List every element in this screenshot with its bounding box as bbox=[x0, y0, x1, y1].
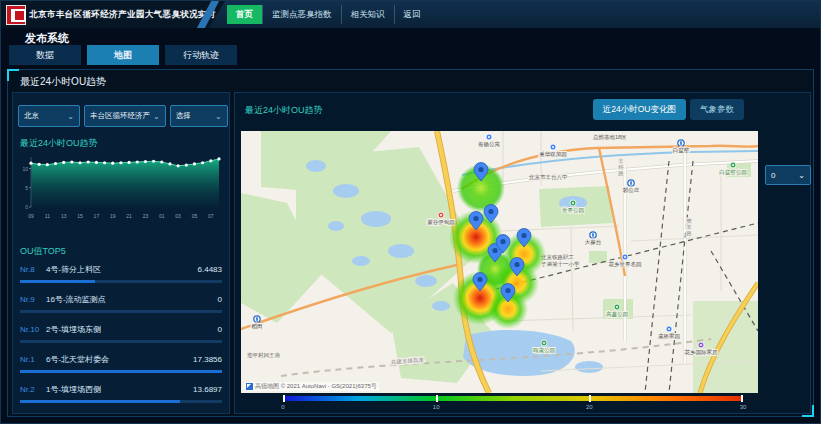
dashboard: 北京市丰台区循环经济产业园大气恶臭状况实时 首页 监测点恶臭指数 相关知识 返回… bbox=[0, 0, 821, 424]
ou-value: 0 bbox=[218, 295, 222, 305]
ou-value: 17.3856 bbox=[193, 355, 222, 365]
map-label: 花乡世界名园 bbox=[609, 261, 642, 268]
top5-list: Nr.84号-筛分上料区6.4483 Nr.916号-流动监测点0 Nr.102… bbox=[20, 259, 222, 409]
tab-track[interactable]: 行动轨迹 bbox=[165, 45, 237, 65]
legend-tick bbox=[436, 395, 438, 402]
progress-track bbox=[20, 400, 222, 403]
amap-logo-icon bbox=[246, 383, 253, 390]
view-tabs: 数据 地图 行动轨迹 bbox=[9, 45, 237, 65]
district-select[interactable]: 丰台区循环经济产 ⌄ bbox=[84, 105, 166, 127]
station-name: 16号-流动监测点 bbox=[46, 295, 214, 305]
weather-params-button[interactable]: 气象参数 bbox=[690, 99, 744, 120]
svg-text:03: 03 bbox=[175, 213, 181, 219]
map-label: 花乡国际家居 bbox=[685, 349, 719, 356]
map-label: 看杨公寓 bbox=[478, 141, 501, 148]
svg-text:10: 10 bbox=[22, 166, 28, 172]
svg-text:07: 07 bbox=[208, 213, 214, 219]
station-name: 4号-筛分上料区 bbox=[46, 265, 194, 275]
left-column: 北京 ⌄ 丰台区循环经济产 ⌄ 选择 ⌄ 最近24小时OU趋势 05100911… bbox=[12, 92, 230, 414]
map-label: 造甲村回王庙 bbox=[247, 352, 281, 359]
legend-tick bbox=[741, 395, 743, 402]
map-label: 北京市丰台八中 bbox=[528, 174, 568, 181]
chevron-down-icon: ⌄ bbox=[215, 112, 222, 121]
legend-tick bbox=[283, 395, 285, 402]
svg-text:0: 0 bbox=[25, 204, 28, 210]
nav-item-back[interactable]: 返回 bbox=[394, 5, 430, 24]
main-panel: 最近24小时OU趋势 北京 ⌄ 丰台区循环经济产 ⌄ 选择 ⌄ 最近24小时OU… bbox=[7, 69, 814, 417]
trend-chart: 0510091113151719212301030507 bbox=[15, 149, 227, 235]
legend-labels: 0 10 20 30 bbox=[283, 404, 743, 412]
ou-value: 13.6897 bbox=[193, 385, 222, 395]
progress-fill bbox=[20, 280, 95, 283]
city-select[interactable]: 北京 ⌄ bbox=[18, 105, 80, 127]
progress-fill bbox=[20, 370, 222, 373]
progress-track bbox=[20, 370, 222, 373]
svg-text:15: 15 bbox=[77, 213, 83, 219]
map-label: 稻田 bbox=[252, 323, 263, 330]
corner-accent bbox=[7, 69, 19, 81]
rank-label: Nr.2 bbox=[20, 385, 46, 395]
ou-value: 0 bbox=[218, 325, 222, 335]
svg-text:01: 01 bbox=[159, 213, 165, 219]
top5-item[interactable]: Nr.21号-填埋场西侧13.6897 bbox=[20, 379, 222, 409]
station-name: 1号-填埋场西侧 bbox=[46, 385, 189, 395]
top5-item[interactable]: Nr.16号-北天堂村委会17.3856 bbox=[20, 349, 222, 379]
header: 北京市丰台区循环经济产业园大气恶臭状况实时 首页 监测点恶臭指数 相关知识 返回 bbox=[1, 1, 820, 28]
top5-title: OU值TOP5 bbox=[20, 245, 66, 258]
map-label: 白盆窑 bbox=[673, 147, 690, 154]
rank-label: Nr.9 bbox=[20, 295, 46, 305]
panel-title: 最近24小时OU趋势 bbox=[20, 75, 106, 89]
main-nav: 首页 监测点恶臭指数 相关知识 返回 bbox=[227, 5, 430, 24]
chevron-down-icon: ⌄ bbox=[67, 112, 74, 121]
rank-label: Nr.10 bbox=[20, 325, 46, 335]
tab-data[interactable]: 数据 bbox=[9, 45, 81, 65]
map-road-label: 樊羊路 bbox=[686, 218, 692, 236]
map-label: 白盆窑公园 bbox=[719, 169, 747, 176]
ou-value: 6.4483 bbox=[198, 265, 222, 275]
nav-item-home[interactable]: 首页 bbox=[227, 5, 262, 24]
svg-text:13: 13 bbox=[61, 213, 67, 219]
nav-item-station-index[interactable]: 监测点恶臭指数 bbox=[262, 5, 341, 24]
station-name: 6号-北天堂村委会 bbox=[46, 355, 189, 365]
svg-text:5: 5 bbox=[25, 185, 28, 191]
ou-change-map-button[interactable]: 近24小时OU变化图 bbox=[593, 99, 686, 120]
nav-item-knowledge[interactable]: 相关知识 bbox=[341, 5, 394, 24]
map-road-label: 丰科路 bbox=[618, 158, 624, 176]
map-label: 高鑫公园 bbox=[606, 311, 628, 318]
app-title: 北京市丰台区循环经济产业园大气恶臭状况实时 bbox=[29, 1, 216, 28]
map-canvas[interactable]: 看杨公寓重华双加园总部基地18区白盆窑白盆窑公园郭公庄北京市丰台八中世界公园大葆… bbox=[241, 131, 758, 393]
map-column: 最近24小时OU趋势 近24小时OU变化图 气象参数 bbox=[234, 92, 811, 414]
top5-item[interactable]: Nr.84号-筛分上料区6.4483 bbox=[20, 259, 222, 289]
chevron-down-icon: ⌄ bbox=[798, 171, 805, 180]
progress-track bbox=[20, 340, 222, 343]
top5-item[interactable]: Nr.916号-流动监测点0 bbox=[20, 289, 222, 319]
tab-map[interactable]: 地图 bbox=[87, 45, 159, 65]
svg-text:09: 09 bbox=[28, 213, 34, 219]
svg-text:11: 11 bbox=[45, 213, 50, 219]
map-section-title: 最近24小时OU趋势 bbox=[245, 104, 323, 117]
map-buttons: 近24小时OU变化图 气象参数 bbox=[593, 99, 744, 120]
svg-text:05: 05 bbox=[192, 213, 198, 219]
filter-row: 北京 ⌄ 丰台区循环经济产 ⌄ 选择 ⌄ bbox=[18, 105, 224, 127]
map-layer-select[interactable]: 0 ⌄ bbox=[765, 165, 811, 185]
map-label: 总部基地18区 bbox=[592, 134, 627, 141]
svg-text:23: 23 bbox=[143, 213, 149, 219]
map-label: 紫谷伊甸园 bbox=[427, 219, 455, 226]
station-select[interactable]: 选择 ⌄ bbox=[170, 105, 228, 127]
heat-legend-gradient bbox=[283, 396, 743, 401]
top5-item[interactable]: Nr.102号-填埋场东侧0 bbox=[20, 319, 222, 349]
map-svg: 看杨公寓重华双加园总部基地18区白盆窑白盆窑公园郭公庄北京市丰台八中世界公园大葆… bbox=[241, 131, 758, 393]
progress-fill bbox=[20, 400, 180, 403]
map-attribution: 高德地图 © 2021 AutoNavi - GS(2021)6375号 bbox=[244, 382, 379, 391]
map-label: 郭公庄 bbox=[623, 187, 640, 194]
rank-label: Nr.1 bbox=[20, 355, 46, 365]
svg-text:19: 19 bbox=[110, 213, 116, 219]
app-logo-icon bbox=[6, 5, 26, 25]
publish-system-label: 发布系统 bbox=[25, 31, 69, 46]
progress-track bbox=[20, 310, 222, 313]
svg-text:17: 17 bbox=[94, 213, 100, 219]
rank-label: Nr.8 bbox=[20, 265, 46, 275]
map-label: 大葆台 bbox=[585, 239, 602, 245]
svg-text:21: 21 bbox=[126, 213, 132, 219]
progress-track bbox=[20, 280, 222, 283]
